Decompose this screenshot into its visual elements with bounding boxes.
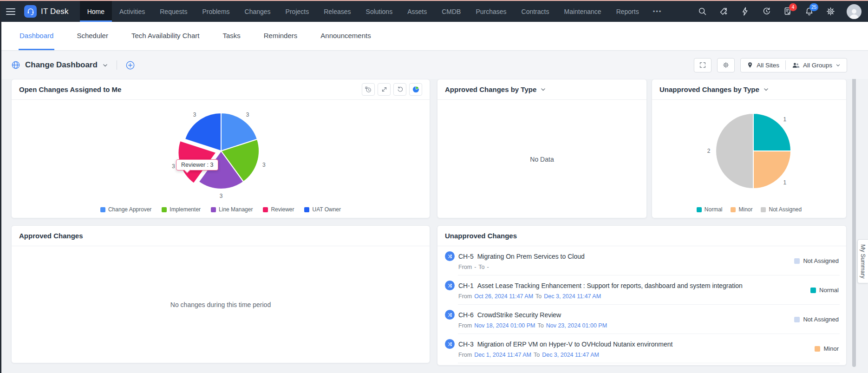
avatar[interactable]	[847, 4, 861, 19]
notifications-badge: 25	[809, 3, 818, 11]
change-list-item[interactable]: CH-3 Migration of ERP VM on Hyper-V to O…	[437, 334, 846, 363]
main-nav-tab[interactable]: Releases	[316, 1, 358, 22]
subnav-tab[interactable]: Announcements	[320, 22, 372, 50]
svg-text:2: 2	[707, 148, 711, 154]
legend-item[interactable]: Reviewer	[263, 206, 294, 213]
status-label: Minor	[823, 345, 839, 352]
notifications-icon[interactable]: 25	[804, 7, 814, 17]
svg-text:3: 3	[220, 193, 223, 199]
card-title: Unapproved Changes by Type	[659, 85, 759, 93]
legend-item[interactable]: Line Manager	[211, 206, 253, 213]
change-id[interactable]: CH-6	[458, 311, 474, 319]
change-list-item[interactable]: CH-6 CrowdStrike Security Review From No…	[437, 305, 846, 334]
dashboard-selector[interactable]: Change Dashboard	[11, 60, 135, 70]
change-icon	[445, 310, 455, 320]
settings-icon[interactable]	[825, 7, 835, 17]
subnav-tab[interactable]: Dashboard	[19, 22, 54, 50]
site-filter[interactable]: All Sites	[741, 61, 785, 69]
lightning-icon[interactable]	[740, 7, 750, 17]
dashboard-settings-button[interactable]	[717, 58, 735, 72]
main-nav-tab[interactable]: Problems	[195, 1, 237, 22]
brand[interactable]: IT Desk	[21, 1, 80, 22]
main-nav-tab[interactable]: CMDB	[434, 1, 468, 22]
subnav-tab[interactable]: Reminders	[263, 22, 299, 50]
main-nav-tab[interactable]: Changes	[237, 1, 278, 22]
approvals-icon[interactable]: 4	[783, 7, 793, 17]
nav-more-button[interactable]: •••	[646, 1, 669, 22]
card-unapproved-changes: Unapproved Changes CH-5 Migrating On Pre…	[437, 225, 847, 366]
change-id[interactable]: CH-1	[458, 282, 474, 289]
search-icon[interactable]	[697, 7, 707, 17]
open-changes-pie-chart[interactable]: 33333	[12, 100, 431, 218]
svg-text:1: 1	[783, 116, 787, 123]
dashboard-toolbar: Change Dashboard All Sites	[1, 51, 868, 79]
chevron-down-icon[interactable]	[763, 86, 769, 92]
hamburger-icon[interactable]	[0, 1, 21, 22]
chevron-down-icon[interactable]	[540, 86, 546, 92]
card-approved-by-type: Approved Changes by Type No Data	[437, 79, 647, 218]
card-open-changes-assigned: Open Changes Assigned to Me 33333 Review…	[11, 79, 430, 218]
main-nav-tab[interactable]: Maintenance	[556, 1, 608, 22]
add-dashboard-button[interactable]	[125, 60, 135, 70]
legend-color-swatch	[697, 207, 702, 212]
expand-icon[interactable]	[378, 83, 391, 96]
change-title[interactable]: Migrating On Prem Services to Cloud	[477, 253, 585, 260]
location-pin-icon	[747, 61, 753, 69]
unapproved-by-type-pie-chart[interactable]: 112	[652, 100, 846, 218]
pie-legend: NormalMinorNot Assigned	[652, 206, 846, 213]
subnav-tab[interactable]: Tech Availability Chart	[131, 22, 200, 50]
change-title[interactable]: CrowdStrike Security Review	[477, 311, 561, 319]
change-dates: From - To -	[458, 264, 585, 270]
legend-label: Reviewer	[271, 206, 294, 213]
legend-item[interactable]: Not Assigned	[761, 206, 802, 213]
legend-item[interactable]: Change Approver	[100, 206, 151, 213]
change-title[interactable]: Asset Lease Tracking Enhancement : Suppo…	[477, 282, 743, 289]
legend-item[interactable]: UAT Owner	[304, 206, 341, 213]
change-list-item[interactable]: CH-5 Migrating On Prem Services to Cloud…	[437, 246, 846, 275]
empty-state-text: No changes during this time period	[12, 246, 430, 363]
change-dates: From Oct 26, 2024 11:47 AM To Dec 3, 202…	[458, 293, 743, 300]
legend-color-swatch	[162, 207, 167, 212]
main-nav-tab[interactable]: Reports	[609, 1, 646, 22]
legend-color-swatch	[731, 207, 736, 212]
legend-item[interactable]: Implementer	[162, 206, 201, 213]
main-nav-tab[interactable]: Purchases	[468, 1, 514, 22]
main-nav-tab[interactable]: Home	[80, 1, 112, 22]
my-summary-tab[interactable]: My Summary	[857, 239, 868, 283]
time-filter-icon[interactable]	[362, 83, 375, 96]
pie-chart-icon[interactable]	[409, 83, 422, 96]
refresh-icon[interactable]	[393, 83, 406, 96]
svg-text:1: 1	[783, 179, 787, 186]
scope-filter-group: All Sites All Groups	[740, 58, 847, 72]
vertical-scrollbar[interactable]	[852, 76, 856, 367]
svg-text:3: 3	[262, 162, 266, 168]
main-nav-tab[interactable]: Solutions	[359, 1, 400, 22]
change-list-item[interactable]: CH-1 Asset Lease Tracking Enhancement : …	[437, 275, 846, 305]
group-filter-label: All Groups	[803, 62, 832, 69]
change-id[interactable]: CH-5	[458, 253, 474, 260]
main-nav-tabs: HomeActivitiesRequestsProblemsChangesPro…	[80, 1, 669, 22]
pie-slice-not-assigned	[716, 113, 753, 189]
history-icon[interactable]	[761, 7, 771, 17]
subnav-tab[interactable]: Scheduler	[76, 22, 109, 50]
subnav-tab[interactable]: Tasks	[222, 22, 241, 50]
main-nav-tab[interactable]: Contracts	[514, 1, 557, 22]
main-nav-tab[interactable]: Projects	[278, 1, 317, 22]
fullscreen-button[interactable]	[694, 58, 711, 72]
chart-tooltip: Reviewer : 3	[176, 159, 218, 170]
status-color-swatch	[794, 317, 800, 322]
change-id[interactable]: CH-3	[458, 340, 474, 348]
main-nav-tab[interactable]: Requests	[152, 1, 195, 22]
main-nav-tab[interactable]: Activities	[112, 1, 152, 22]
quick-add-icon[interactable]	[718, 7, 729, 17]
legend-label: Line Manager	[219, 206, 253, 213]
legend-item[interactable]: Minor	[731, 206, 752, 213]
legend-item[interactable]: Normal	[697, 206, 723, 213]
group-filter[interactable]: All Groups	[786, 62, 847, 69]
top-navbar: IT Desk HomeActivitiesRequestsProblemsCh…	[0, 1, 868, 22]
card-title: Approved Changes by Type	[445, 85, 536, 93]
svg-text:3: 3	[172, 163, 175, 170]
dashboard-name[interactable]: Change Dashboard	[25, 60, 98, 70]
change-title[interactable]: Migration of ERP VM on Hyper-V to OVHclo…	[477, 340, 673, 348]
main-nav-tab[interactable]: Assets	[400, 1, 434, 22]
